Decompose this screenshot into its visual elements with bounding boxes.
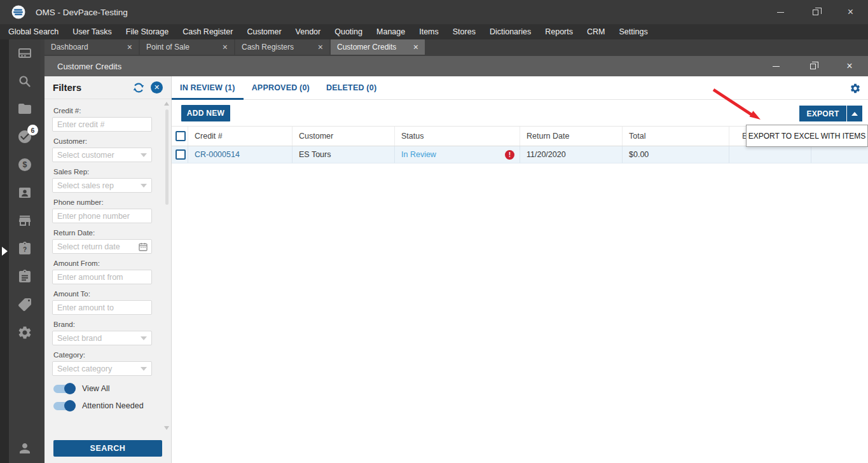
table-row[interactable]: CR-0000514 ES Tours In Review ! 11/20/20… [172, 146, 868, 163]
status-text[interactable]: In Review [401, 150, 436, 159]
customer-select[interactable]: Select customer [52, 148, 152, 162]
credit-number-input[interactable] [52, 117, 152, 132]
export-menu-toggle[interactable] [847, 106, 862, 121]
panel-titlebar: Customer Credits × [45, 56, 868, 76]
amount-from-input[interactable] [52, 270, 152, 284]
sidebar-expand-handle[interactable] [2, 247, 8, 256]
menu-items[interactable]: Items [412, 24, 446, 39]
contact-card-icon[interactable] [17, 185, 32, 200]
header-status: Status [394, 127, 520, 146]
tab-close-icon[interactable]: × [223, 42, 228, 52]
view-all-toggle[interactable] [53, 385, 74, 393]
menu-reports[interactable]: Reports [538, 24, 580, 39]
panel-restore-button[interactable] [794, 56, 831, 76]
filter-label-amount-to: Amount To: [53, 290, 152, 298]
tab-close-icon[interactable]: × [318, 42, 323, 52]
scroll-up-icon[interactable] [164, 102, 169, 106]
status-view-tabs: IN REVIEW (1) APPROVED (0) DELETED (0) [172, 76, 868, 100]
app-close-button[interactable]: × [833, 0, 868, 24]
menu-crm[interactable]: CRM [580, 24, 612, 39]
dashboard-icon[interactable] [17, 46, 32, 61]
tab-point-of-sale[interactable]: Point of Sale × [140, 39, 234, 55]
filter-label-sales-rep: Sales Rep: [53, 168, 152, 176]
folder-icon[interactable] [17, 101, 32, 116]
app-restore-button[interactable] [798, 0, 833, 24]
chevron-up-icon [851, 112, 858, 116]
help-clipboard-icon[interactable]: ? [17, 241, 32, 256]
search-icon[interactable] [17, 74, 32, 89]
amount-to-input[interactable] [52, 300, 152, 315]
menu-user-tasks[interactable]: User Tasks [65, 24, 119, 39]
return-date-input[interactable] [52, 239, 152, 254]
scroll-down-icon[interactable] [164, 426, 169, 430]
tab-in-review[interactable]: IN REVIEW (1) [172, 76, 244, 99]
app-minimize-button[interactable] [763, 0, 798, 24]
menu-quoting[interactable]: Quoting [327, 24, 369, 39]
panel-close-button[interactable]: × [831, 56, 868, 76]
svg-text:?: ? [23, 246, 27, 253]
menu-settings[interactable]: Settings [612, 24, 654, 39]
tab-close-icon[interactable]: × [127, 42, 132, 52]
tab-approved[interactable]: APPROVED (0) [244, 76, 318, 99]
money-icon[interactable]: $ [17, 157, 32, 172]
menu-customer[interactable]: Customer [240, 24, 288, 39]
main-content: IN REVIEW (1) APPROVED (0) DELETED (0) A… [172, 76, 868, 463]
panel-minimize-button[interactable] [757, 56, 794, 76]
menu-global-search[interactable]: Global Search [1, 24, 65, 39]
filter-label-brand: Brand: [53, 321, 152, 328]
tag-icon[interactable] [17, 297, 32, 312]
filters-close-icon[interactable]: ✕ [151, 81, 163, 93]
filters-scrollbar[interactable] [163, 102, 170, 430]
phone-number-input[interactable] [52, 209, 152, 223]
menu-dictionaries[interactable]: Dictionaries [483, 24, 538, 39]
clipboard-icon[interactable] [17, 269, 32, 284]
export-button[interactable]: EXPORT [799, 106, 846, 121]
grid-settings-gear-icon[interactable] [850, 83, 861, 94]
filters-panel: Filters ✕ Credit #: Customer: [45, 76, 172, 463]
filter-label-credit: Credit #: [53, 107, 152, 114]
category-select[interactable]: Select category [52, 361, 152, 376]
task-count-badge: 6 [27, 125, 38, 135]
attention-needed-toggle[interactable] [53, 402, 74, 410]
workspace: Dashboard × Point of Sale × Cash Registe… [41, 39, 868, 463]
cell-total: $0.00 [622, 146, 729, 163]
left-sidebar: 6 $ ? [0, 39, 41, 463]
view-all-label: View All [82, 384, 110, 393]
menu-manage[interactable]: Manage [369, 24, 412, 39]
brand-select[interactable]: Select brand [52, 331, 152, 345]
chevron-down-icon [141, 153, 147, 157]
export-to-excel-with-items-item[interactable]: EXPORT TO EXCEL WITH ITEMS [748, 132, 866, 141]
menu-file-storage[interactable]: File Storage [119, 24, 176, 39]
user-icon[interactable] [17, 441, 32, 456]
search-button[interactable]: SEARCH [53, 440, 162, 457]
menu-stores[interactable]: Stores [446, 24, 483, 39]
settings-gear-icon[interactable] [17, 325, 32, 340]
app-titlebar: OMS - DevPace-Testing × [0, 0, 868, 24]
attention-alert-icon: ! [505, 150, 514, 160]
document-tabs: Dashboard × Point of Sale × Cash Registe… [45, 39, 425, 55]
refresh-icon[interactable] [132, 81, 145, 94]
calendar-icon[interactable] [138, 242, 148, 252]
tab-customer-credits[interactable]: Customer Credits × [331, 39, 425, 55]
header-total: Total [622, 127, 729, 146]
select-all-checkbox[interactable] [176, 131, 186, 141]
filter-label-return-date: Return Date: [53, 229, 152, 237]
svg-text:$: $ [23, 160, 27, 169]
credit-number-link[interactable]: CR-0000514 [195, 150, 240, 159]
row-checkbox[interactable] [176, 149, 186, 160]
tasks-check-icon[interactable]: 6 [17, 129, 32, 144]
scrollbar-thumb[interactable] [165, 109, 169, 205]
sales-rep-select[interactable]: Select sales rep [52, 178, 152, 193]
export-split-button: EXPORT [799, 106, 862, 121]
menu-cash-register[interactable]: Cash Register [176, 24, 240, 39]
header-return-date: Return Date [520, 127, 622, 146]
tab-dashboard[interactable]: Dashboard × [45, 39, 139, 55]
tab-close-icon[interactable]: × [413, 42, 418, 52]
tab-deleted[interactable]: DELETED (0) [318, 76, 385, 99]
attention-needed-label: Attention Needed [82, 401, 144, 410]
filters-title: Filters [53, 82, 132, 93]
tab-cash-registers[interactable]: Cash Registers × [235, 39, 329, 55]
add-new-button[interactable]: ADD NEW [181, 105, 230, 121]
menu-vendor[interactable]: Vendor [289, 24, 328, 39]
store-icon[interactable] [17, 213, 32, 228]
